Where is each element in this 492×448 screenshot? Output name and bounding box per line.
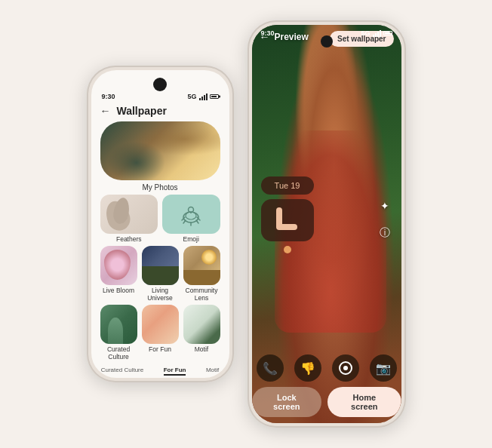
living-universe-label: Living Universe	[142, 287, 179, 302]
right-phone: 9:30 5G ← Preview	[248, 20, 406, 428]
lock-screen-button[interactable]: Lock screen	[252, 387, 322, 417]
curated-culture-label: Curated Culture	[100, 345, 137, 361]
left-camera	[153, 78, 167, 91]
battery-icon	[210, 94, 219, 99]
live-bloom-cell[interactable]: Live Bloom	[100, 246, 137, 302]
info-icon[interactable]: ⓘ	[376, 224, 394, 242]
grid-row-1: Feathers	[100, 195, 220, 243]
emoji-cell[interactable]: Emoji	[162, 195, 220, 243]
clock-widget	[261, 199, 314, 241]
left-status-icons: 5G	[187, 93, 218, 100]
turtle-icon	[177, 201, 204, 228]
emoji-label: Emoji	[183, 235, 199, 243]
for-fun-thumbnail[interactable]	[142, 305, 179, 344]
back-button[interactable]: ←	[100, 105, 111, 117]
right-status-icons: 5G	[352, 25, 401, 38]
community-lens-label: Community Lens	[183, 287, 220, 302]
home-screen-button[interactable]: Home screen	[327, 387, 401, 417]
right-camera	[321, 35, 333, 48]
tab-for-fun[interactable]: For Fun	[164, 367, 186, 376]
chrome-icon[interactable]	[332, 354, 359, 382]
curated-culture-cell[interactable]: Curated Culture	[100, 305, 137, 361]
phone-icon[interactable]: 📞	[257, 354, 284, 382]
for-fun-label: For Fun	[149, 345, 171, 353]
live-bloom-thumbnail[interactable]	[100, 246, 137, 285]
svg-point-12	[343, 366, 348, 370]
left-phone: 9:30 5G ← Wallpaper	[87, 66, 234, 382]
dot-widget	[284, 246, 291, 253]
date-widget: Tue 19	[261, 176, 314, 195]
tab-motif[interactable]: Motif	[206, 367, 219, 376]
for-fun-cell[interactable]: For Fun	[142, 305, 179, 361]
grid-row-2: Live Bloom Living Universe Community Len…	[100, 246, 220, 302]
feathers-label: Feathers	[116, 235, 142, 243]
thumbs-down-icon[interactable]: 👎	[294, 354, 321, 382]
motif-cell[interactable]: Motif	[183, 305, 220, 361]
grid-row-3: Curated Culture For Fun Motif	[100, 305, 220, 361]
motif-label: Motif	[195, 345, 208, 353]
network-label: 5G	[187, 93, 196, 100]
right-status-time: 9:30	[252, 25, 284, 38]
emoji-thumbnail[interactable]	[162, 195, 220, 234]
my-photos-thumbnail[interactable]	[100, 121, 220, 180]
tab-curated-culture[interactable]: Curated Culture	[101, 367, 143, 376]
curated-culture-thumbnail[interactable]	[100, 305, 137, 344]
page-title: Wallpaper	[117, 105, 167, 117]
clock-shape-icon	[269, 204, 306, 234]
tab-bar: Curated Culture For Fun Motif	[91, 364, 229, 378]
left-time: 9:30	[102, 93, 115, 100]
community-lens-thumbnail[interactable]	[183, 246, 220, 285]
right-network: 5G	[361, 29, 370, 37]
dock-icons: 📞 👎 📷	[252, 354, 401, 382]
sparkle-icon[interactable]: ✦	[376, 197, 394, 215]
my-photos-section[interactable]: My Photos	[100, 121, 220, 192]
right-battery-icon	[383, 31, 392, 35]
wallpaper-header: ← Wallpaper	[91, 102, 229, 121]
feathers-cell[interactable]: Feathers	[100, 195, 158, 243]
motif-thumbnail[interactable]	[183, 305, 220, 344]
preview-bottom-bar: Lock screen Home screen	[252, 387, 401, 417]
right-signal-icon	[373, 30, 381, 37]
widget-area: Tue 19	[261, 176, 314, 258]
svg-rect-10	[276, 224, 297, 230]
living-universe-thumbnail[interactable]	[142, 246, 179, 285]
community-lens-cell[interactable]: Community Lens	[183, 246, 220, 302]
preview-side-icons: ✦ ⓘ	[376, 197, 394, 242]
my-photos-label: My Photos	[142, 183, 177, 192]
feathers-thumbnail[interactable]	[100, 195, 158, 234]
living-universe-cell[interactable]: Living Universe	[142, 246, 179, 302]
camera-icon[interactable]: 📷	[370, 354, 397, 382]
preview-screen: 9:30 5G ← Preview	[252, 25, 401, 423]
live-bloom-label: Live Bloom	[103, 287, 134, 294]
signal-bars-icon	[199, 94, 208, 100]
